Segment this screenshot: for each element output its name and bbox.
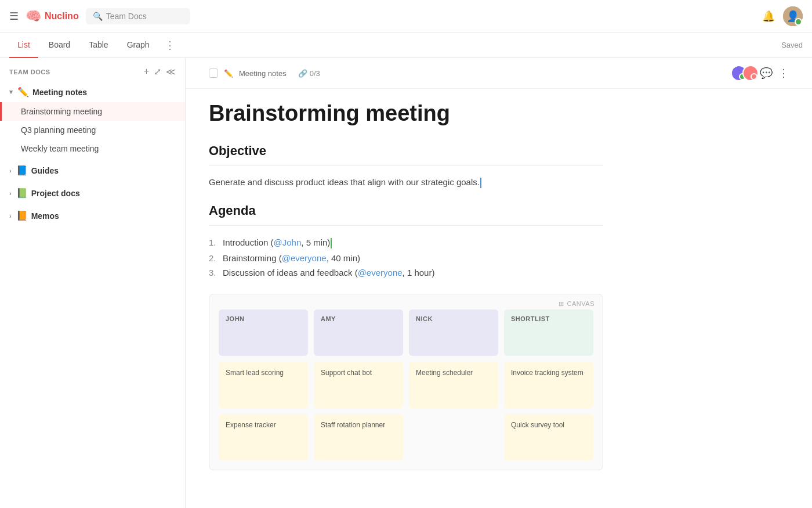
canvas-icon: ⊞ xyxy=(559,300,564,308)
document-title: Brainstorming meeting xyxy=(209,100,603,127)
link-count: 🔗 0/3 xyxy=(298,69,320,78)
canvas-card-invoice[interactable]: Invoice tracking system xyxy=(504,362,593,408)
sidebar-group-memos: › 📙 Memos □ xyxy=(0,206,185,226)
expand-sidebar-button[interactable]: ⤢ xyxy=(154,66,161,77)
content-area: ✏️ Meeting notes 🔗 0/3 💬 ⋮ Brainstorming… xyxy=(186,58,812,508)
agenda-item-2: 2. Brainstorming (@everyone, 40 min) xyxy=(209,251,603,265)
tabsbar: List Board Table Graph ⋮ Saved xyxy=(0,33,812,58)
tabs-more-icon[interactable]: ⋮ xyxy=(165,40,175,51)
agenda-item-1: 1. Introduction (@John, 5 min) xyxy=(209,235,603,251)
objective-text: Generate and discuss product ideas that … xyxy=(209,175,603,189)
meeting-notes-icon: ✏️ xyxy=(17,87,29,98)
breadcrumb[interactable]: Meeting notes xyxy=(239,69,287,78)
cursor-indicator xyxy=(480,178,481,188)
sidebar-group-header-project-docs[interactable]: › 📗 Project docs □ xyxy=(0,183,185,203)
search-placeholder: Team Docs xyxy=(106,12,147,21)
avatar-image: 👤 xyxy=(783,6,803,26)
mention-everyone-2[interactable]: @everyone xyxy=(358,268,403,278)
mention-john[interactable]: @John xyxy=(274,237,302,247)
sidebar-title: TEAM DOCS xyxy=(9,69,139,75)
chevron-right-icon-3: › xyxy=(9,212,12,219)
link-icon: 🔗 xyxy=(298,69,307,78)
canvas-col-amy: AMY xyxy=(314,309,403,356)
logo-text: Nuclino xyxy=(45,11,79,21)
breadcrumb-icon: ✏️ xyxy=(224,69,233,78)
meeting-notes-label: Meeting notes xyxy=(32,88,168,97)
guides-icon: 📘 xyxy=(16,165,28,176)
agenda-item-3: 3. Discussion of ideas and feedback (@ev… xyxy=(209,265,603,280)
sidebar-group-header-guides[interactable]: › 📘 Guides □ xyxy=(0,160,185,181)
canvas-card-smart-lead[interactable]: Smart lead scoring xyxy=(219,362,308,408)
user-avatar[interactable]: 👤 xyxy=(783,6,803,26)
sidebar-group-meeting-notes: ▾ ✏️ Meeting notes □ Brainstorming meeti… xyxy=(0,82,185,158)
canvas-card-empty xyxy=(409,414,498,460)
canvas-card-expense[interactable]: Expense tracker xyxy=(219,414,308,460)
section-objective: Objective xyxy=(209,143,603,158)
checkbox-icon[interactable] xyxy=(209,69,218,78)
topbar: ☰ 🧠 Nuclino 🔍 Team Docs 🔔 👤 xyxy=(0,0,812,33)
more-options-icon[interactable]: ⋮ xyxy=(778,67,789,80)
saved-status: Saved xyxy=(781,41,803,49)
canvas-card-support-chat[interactable]: Support chat bot xyxy=(314,362,403,408)
collaborator-avatar-2 xyxy=(742,65,759,81)
sidebar-item-q3planning[interactable]: Q3 planning meeting xyxy=(0,121,185,139)
tab-list[interactable]: List xyxy=(9,33,38,58)
sidebar-item-weekly[interactable]: Weekly team meeting xyxy=(0,139,185,158)
logo[interactable]: 🧠 Nuclino xyxy=(26,9,79,24)
guides-label: Guides xyxy=(31,166,168,175)
agenda-list: 1. Introduction (@John, 5 min) 2. Brains… xyxy=(209,235,603,280)
divider-2 xyxy=(209,225,603,226)
main-layout: TEAM DOCS + ⤢ ≪ ▾ ✏️ Meeting notes □ Bra… xyxy=(0,58,812,508)
sidebar-header: TEAM DOCS + ⤢ ≪ xyxy=(0,58,185,82)
sidebar-group-guides: › 📘 Guides □ xyxy=(0,160,185,181)
topbar-right: 🔔 👤 xyxy=(762,6,803,26)
logo-brain-icon: 🧠 xyxy=(26,9,41,24)
tab-table[interactable]: Table xyxy=(81,33,116,58)
sidebar-item-brainstorming[interactable]: Brainstorming meeting xyxy=(0,102,185,121)
content-toolbar-right: 💬 ⋮ xyxy=(731,65,789,81)
sidebar-group-header-memos[interactable]: › 📙 Memos □ xyxy=(0,206,185,226)
cursor-indicator-2 xyxy=(331,238,332,248)
add-item-button[interactable]: + xyxy=(144,66,149,77)
project-docs-icon: 📗 xyxy=(16,188,28,199)
canvas-grid: JOHN AMY NICK SHORTLIST Smart lead scori… xyxy=(219,309,593,460)
memos-label: Memos xyxy=(31,211,168,221)
canvas-col-shortlist: SHORTLIST xyxy=(504,309,593,356)
chevron-right-icon-2: › xyxy=(9,190,12,197)
mention-everyone-1[interactable]: @everyone xyxy=(282,253,327,263)
hamburger-icon[interactable]: ☰ xyxy=(9,10,19,23)
chevron-right-icon: › xyxy=(9,167,12,174)
project-docs-label: Project docs xyxy=(31,189,168,198)
comment-icon[interactable]: 💬 xyxy=(760,67,773,80)
search-icon: 🔍 xyxy=(93,12,103,21)
topbar-left: ☰ 🧠 Nuclino 🔍 Team Docs xyxy=(9,8,755,24)
sidebar: TEAM DOCS + ⤢ ≪ ▾ ✏️ Meeting notes □ Bra… xyxy=(0,58,186,508)
tab-board[interactable]: Board xyxy=(41,33,78,58)
canvas-col-john: JOHN xyxy=(219,309,308,356)
memos-icon: 📙 xyxy=(16,210,28,221)
document-content: Brainstorming meeting Objective Generate… xyxy=(186,89,626,493)
sidebar-actions: + ⤢ ≪ xyxy=(144,66,176,77)
tab-graph[interactable]: Graph xyxy=(119,33,158,58)
canvas-card-quick-survey[interactable]: Quick survey tool xyxy=(504,414,593,460)
bell-icon[interactable]: 🔔 xyxy=(762,10,775,23)
canvas-section: ⊞ CANVAS JOHN AMY NICK SHORTLIST Smart l… xyxy=(209,294,603,470)
search-bar[interactable]: 🔍 Team Docs xyxy=(86,8,190,24)
canvas-label: ⊞ CANVAS xyxy=(559,300,594,308)
content-toolbar: ✏️ Meeting notes 🔗 0/3 💬 ⋮ xyxy=(186,58,812,89)
collapse-sidebar-button[interactable]: ≪ xyxy=(166,66,176,77)
section-agenda: Agenda xyxy=(209,203,603,218)
canvas-card-staff-rotation[interactable]: Staff rotation planner xyxy=(314,414,403,460)
sidebar-group-header-meeting-notes[interactable]: ▾ ✏️ Meeting notes □ xyxy=(0,82,185,102)
canvas-col-nick: NICK xyxy=(409,309,498,356)
sidebar-group-project-docs: › 📗 Project docs □ xyxy=(0,183,185,203)
divider-1 xyxy=(209,165,603,166)
canvas-card-meeting-scheduler[interactable]: Meeting scheduler xyxy=(409,362,498,408)
avatar-stack xyxy=(731,65,754,81)
chevron-down-icon: ▾ xyxy=(9,88,13,96)
